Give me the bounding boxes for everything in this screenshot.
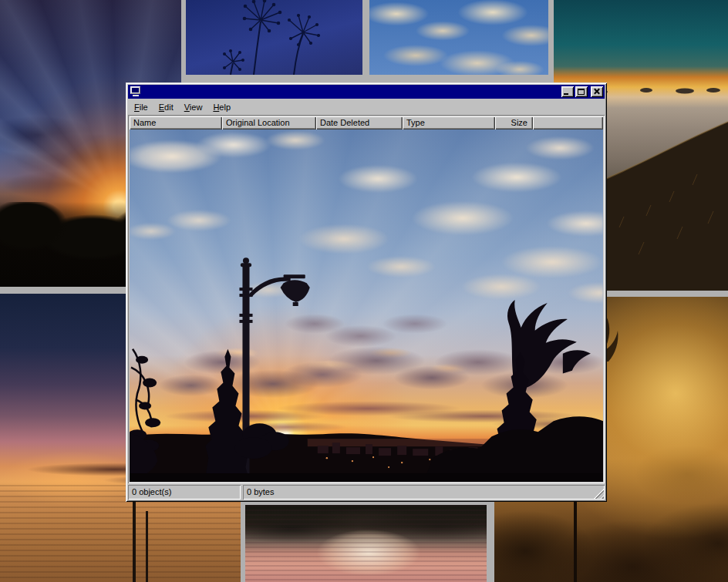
cloud-sky-photo [369, 0, 548, 75]
file-list-view: Name Original Location Date Deleted Type… [128, 115, 605, 483]
recycle-bin-window: File Edit View Help Name Original Locati… [126, 82, 607, 502]
photo-silhouettes [130, 130, 603, 482]
computer-icon [130, 86, 142, 97]
column-header-original-location[interactable]: Original Location [222, 116, 316, 130]
minimize-icon [564, 93, 568, 95]
column-header-row: Name Original Location Date Deleted Type… [130, 116, 603, 130]
reflection-ripples-decoration [245, 505, 487, 582]
menu-edit[interactable]: Edit [153, 101, 179, 113]
menu-view[interactable]: View [179, 101, 208, 113]
maximize-button[interactable] [575, 86, 588, 97]
status-object-count: 0 object(s) [128, 485, 241, 500]
window-titlebar[interactable] [128, 85, 605, 99]
water-pole-decoration [133, 488, 136, 582]
column-header-filler [533, 116, 603, 130]
column-header-name[interactable]: Name [130, 116, 222, 130]
umbel-flower-silhouette [186, 0, 362, 75]
maximize-icon [578, 89, 585, 95]
menu-help[interactable]: Help [207, 101, 236, 113]
listview-photo-content[interactable] [130, 130, 603, 482]
water-reflection-photo [245, 505, 487, 582]
close-button[interactable] [591, 86, 603, 97]
status-bar: 0 object(s) 0 bytes [128, 485, 605, 500]
column-header-type[interactable]: Type [403, 116, 495, 130]
flower-silhouette-photo [186, 0, 362, 75]
menu-file[interactable]: File [129, 101, 153, 113]
menu-bar: File Edit View Help [128, 99, 605, 115]
column-header-size[interactable]: Size [495, 116, 533, 130]
status-byte-count: 0 bytes [243, 485, 605, 500]
column-header-date-deleted[interactable]: Date Deleted [316, 116, 403, 130]
water-pole-decoration [146, 511, 148, 582]
minimize-button[interactable] [561, 86, 574, 97]
